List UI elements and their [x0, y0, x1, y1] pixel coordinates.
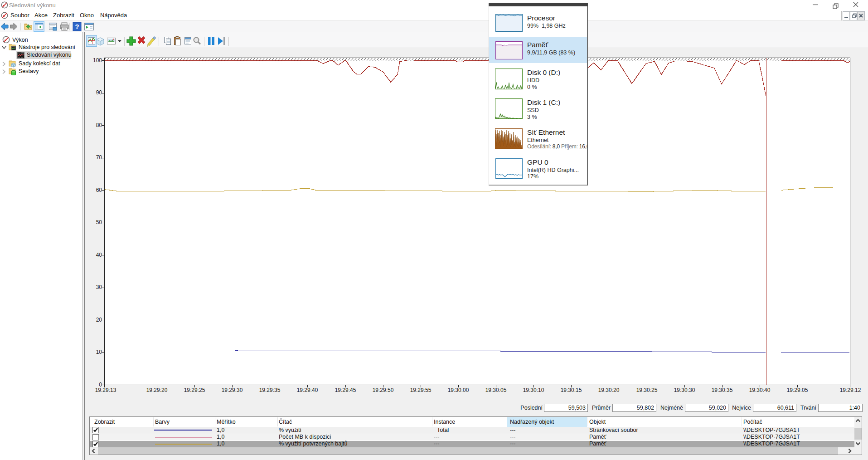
- svg-text:?: ?: [75, 23, 79, 30]
